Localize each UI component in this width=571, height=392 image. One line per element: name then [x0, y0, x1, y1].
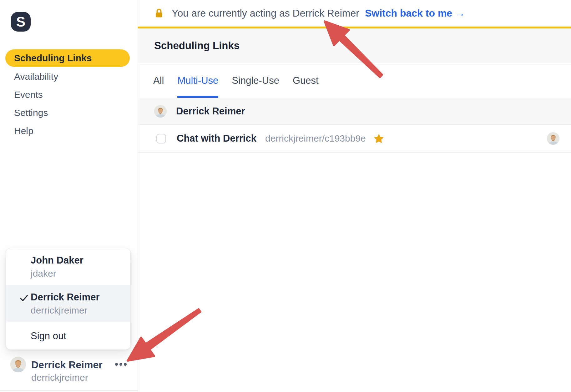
checkmark-icon: [19, 293, 29, 303]
impersonation-message: You are currently acting as Derrick Reim…: [172, 8, 359, 19]
link-type-tabs: All Multi-Use Single-Use Guest: [138, 63, 571, 98]
main-content: You are currently acting as Derrick Reim…: [138, 0, 571, 392]
link-title[interactable]: Chat with Derrick: [177, 133, 256, 144]
account-switcher-menu: John Daker jdaker Derrick Reimer derrick…: [6, 248, 131, 350]
menu-item-account-derrick-reimer[interactable]: Derrick Reimer derrickjreimer: [6, 285, 130, 322]
tab-multi-use[interactable]: Multi-Use: [177, 63, 218, 98]
sidebar-item-events[interactable]: Events: [0, 86, 137, 104]
tab-all[interactable]: All: [153, 63, 164, 98]
avatar[interactable]: [10, 357, 26, 372]
sidebar-item-settings[interactable]: Settings: [0, 104, 137, 122]
account-username: derrickjreimer: [31, 305, 130, 316]
account-name: Derrick Reimer: [31, 292, 130, 303]
page-title: Scheduling Links: [154, 40, 240, 52]
ellipsis-icon[interactable]: [114, 362, 128, 367]
impersonation-banner: You are currently acting as Derrick Reim…: [138, 0, 571, 28]
sidebar: S Scheduling Links Availability Events S…: [0, 0, 138, 392]
link-slug: derrickjreimer/c193bb9e: [265, 133, 366, 144]
avatar: [154, 105, 167, 118]
account-name: John Daker: [31, 255, 130, 266]
sidebar-item-availability[interactable]: Availability: [0, 68, 137, 86]
app-window: S Scheduling Links Availability Events S…: [0, 0, 571, 392]
scheduling-link-row[interactable]: Chat with Derrick derrickjreimer/c193bb9…: [138, 125, 571, 153]
star-icon[interactable]: [374, 134, 384, 143]
sidebar-item-help[interactable]: Help: [0, 122, 137, 140]
sign-out-button[interactable]: Sign out: [6, 322, 130, 349]
sidebar-nav: Scheduling Links Availability Events Set…: [0, 49, 137, 140]
row-checkbox[interactable]: [156, 134, 166, 143]
sidebar-item-scheduling-links[interactable]: Scheduling Links: [5, 49, 130, 67]
account-username: jdaker: [31, 268, 130, 279]
lock-icon: [155, 8, 163, 19]
current-user-username: derrickjreimer: [31, 372, 88, 383]
switch-back-link[interactable]: Switch back to me →: [365, 8, 465, 19]
avatar: [547, 132, 559, 145]
menu-item-account-john-daker[interactable]: John Daker jdaker: [6, 248, 130, 285]
tab-single-use[interactable]: Single-Use: [232, 63, 279, 98]
tab-guest[interactable]: Guest: [293, 63, 319, 98]
link-group-header: Derrick Reimer: [138, 98, 571, 125]
page-header: Scheduling Links: [138, 28, 571, 63]
group-owner-name: Derrick Reimer: [176, 106, 245, 117]
current-user-name[interactable]: Derrick Reimer: [31, 359, 103, 371]
app-logo[interactable]: S: [11, 12, 31, 32]
